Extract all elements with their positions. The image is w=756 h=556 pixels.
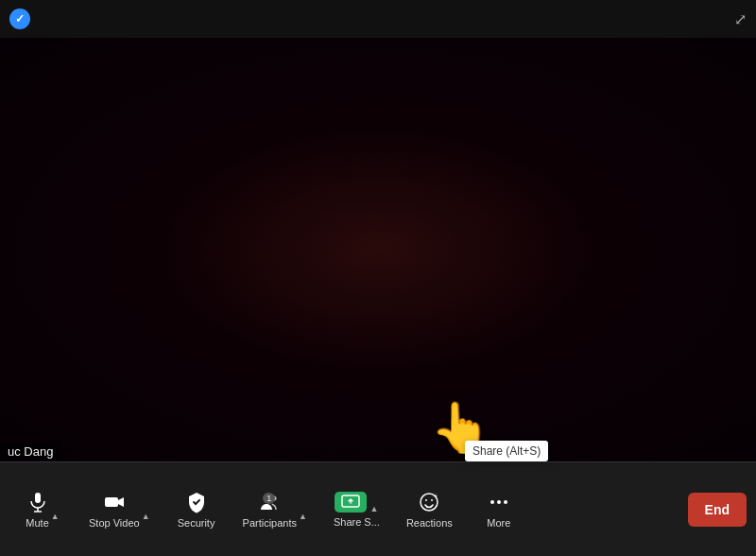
reactions-label: Reactions xyxy=(406,517,453,529)
svg-point-13 xyxy=(497,500,501,504)
more-icon xyxy=(488,491,510,513)
camera-icon xyxy=(103,491,126,513)
share-screen-icon: ▲ xyxy=(335,492,378,513)
more-button[interactable]: More xyxy=(466,483,532,536)
participants-arrow-icon[interactable]: ▲ xyxy=(299,512,307,521)
video-area: uc Dang xyxy=(0,38,756,461)
share-screen-label: Share S... xyxy=(334,516,380,528)
mute-label: Mute xyxy=(26,517,48,529)
svg-point-10 xyxy=(431,499,433,501)
reactions-icon: + xyxy=(418,491,440,513)
svg-point-12 xyxy=(490,500,494,504)
shield-icon xyxy=(185,491,208,513)
top-bar: ✓ ⤢ xyxy=(0,0,756,38)
svg-text:+: + xyxy=(434,493,438,499)
participants-button[interactable]: 1 Participants ▲ xyxy=(230,483,320,536)
expand-icon[interactable]: ⤢ xyxy=(734,10,747,28)
participants-label: Participants xyxy=(243,517,297,529)
stop-video-button[interactable]: Stop Video ▲ xyxy=(76,483,163,536)
svg-point-14 xyxy=(504,500,507,504)
svg-rect-0 xyxy=(35,493,41,503)
stop-video-label: Stop Video xyxy=(89,517,140,529)
end-button[interactable]: End xyxy=(688,493,747,527)
share-arrow-icon[interactable]: ▲ xyxy=(369,504,378,513)
participants-icon: 1 xyxy=(258,491,281,513)
security-label: Security xyxy=(178,517,215,529)
share-tooltip: Share (Alt+S) xyxy=(465,441,548,461)
svg-rect-3 xyxy=(105,497,118,507)
video-arrow-icon[interactable]: ▲ xyxy=(142,512,150,521)
zoom-check-icon: ✓ xyxy=(15,12,25,26)
toolbar: Mute ▲ Stop Video ▲ xyxy=(0,461,756,556)
more-label: More xyxy=(487,517,510,529)
zoom-logo: ✓ xyxy=(9,9,30,29)
microphone-icon xyxy=(26,491,49,513)
toolbar-items: Mute ▲ Stop Video ▲ xyxy=(9,483,679,536)
svg-point-9 xyxy=(425,499,427,501)
svg-marker-4 xyxy=(118,497,124,507)
participants-count-badge: 1 xyxy=(263,493,275,504)
participant-name-label: uc Dang xyxy=(0,442,60,461)
mute-arrow-icon[interactable]: ▲ xyxy=(51,512,60,521)
share-screen-button[interactable]: ▲ Share S... xyxy=(320,484,393,535)
reactions-button[interactable]: + Reactions xyxy=(393,483,466,536)
mute-button[interactable]: Mute ▲ xyxy=(9,483,76,536)
security-button[interactable]: Security xyxy=(163,483,230,536)
